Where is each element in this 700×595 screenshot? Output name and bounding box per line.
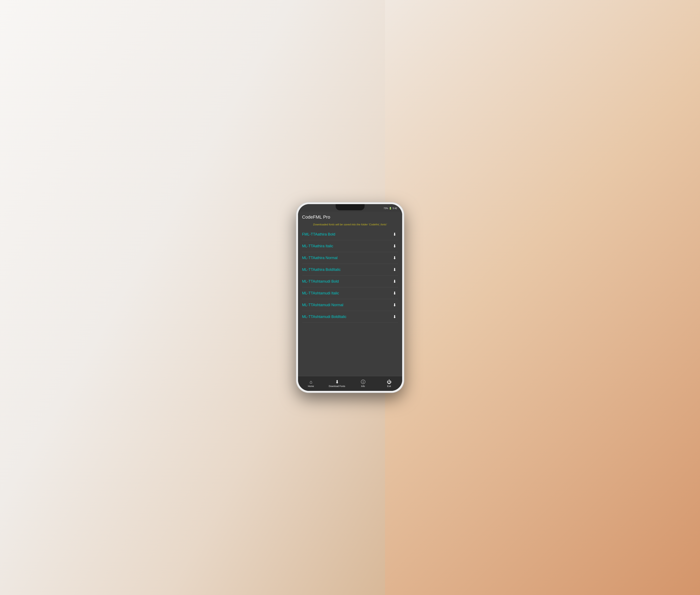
font-download-button[interactable]: ⬇ — [391, 267, 398, 273]
font-list-item: ML-TTAshtamudi Normal⬇ — [302, 299, 398, 311]
font-download-button[interactable]: ⬇ — [391, 243, 398, 249]
exit-icon: ⏻ — [387, 380, 391, 384]
font-name-label: ML-TTAshtamudi Bold — [302, 279, 391, 284]
font-list-item: ML-TTAshtamudi Bold⬇ — [302, 276, 398, 287]
font-name-label: ML-TTAshtamudi Italic — [302, 291, 391, 295]
nav-item-home[interactable]: ⌂Home — [298, 376, 324, 391]
nav-item-download-fonts[interactable]: ⬇Download Fonts — [324, 376, 350, 391]
font-list-item: ML-TTAathira Normal⬇ — [302, 252, 398, 264]
font-list-item: ML-TTAshtamudi BoldItalic⬇ — [302, 311, 398, 323]
nav-label-download-fonts: Download Fonts — [329, 385, 345, 387]
font-download-button[interactable]: ⬇ — [391, 314, 398, 320]
download-arrow-icon: ⬇ — [393, 291, 396, 295]
download-arrow-icon: ⬇ — [393, 244, 396, 248]
nav-item-exit[interactable]: ⏻Exit — [376, 376, 402, 391]
font-list-item: FML-TTAathira Bold⬇ — [302, 228, 398, 240]
font-name-label: FML-TTAathira Bold — [302, 232, 391, 236]
app-header: CodeFML Pro — [298, 211, 402, 222]
status-right: 73% 🔋 5:42 — [384, 207, 397, 210]
font-name-label: ML-TTAshtamudi Normal — [302, 303, 391, 307]
font-download-button[interactable]: ⬇ — [391, 255, 398, 261]
nav-item-info[interactable]: ⓘInfo — [350, 376, 376, 391]
font-download-button[interactable]: ⬇ — [391, 302, 398, 308]
battery-percent: 73% — [384, 207, 388, 209]
download-arrow-icon: ⬇ — [393, 256, 396, 260]
font-download-button[interactable]: ⬇ — [391, 290, 398, 296]
download-arrow-icon: ⬇ — [393, 232, 396, 236]
battery-icon: 🔋 — [389, 207, 392, 210]
font-download-button[interactable]: ⬇ — [391, 279, 398, 284]
font-name-label: ML-TTAathira BoldItalic — [302, 267, 391, 272]
bottom-nav: ⌂Home⬇Download FontsⓘInfo⏻Exit — [298, 376, 402, 391]
dl-icon: ⬇ — [335, 380, 339, 384]
phone-shell: 73% 🔋 5:42 CodeFML Pro Downloaded fonts … — [297, 202, 404, 393]
app-content: CodeFML Pro Downloaded fonts will be sav… — [298, 211, 402, 391]
font-name-label: ML-TTAathira Italic — [302, 244, 391, 248]
font-list-item: ML-TTAathira Italic⬇ — [302, 240, 398, 252]
font-list: FML-TTAathira Bold⬇ML-TTAathira Italic⬇M… — [298, 228, 402, 376]
info-banner-text: Downloaded fonts will be saved into the … — [302, 223, 398, 226]
download-arrow-icon: ⬇ — [393, 303, 396, 307]
font-list-item: ML-TTAathira BoldItalic⬇ — [302, 264, 398, 276]
phone-screen: 73% 🔋 5:42 CodeFML Pro Downloaded fonts … — [298, 204, 402, 391]
nav-label-home: Home — [308, 385, 314, 387]
info-icon: ⓘ — [361, 380, 365, 384]
download-arrow-icon: ⬇ — [393, 279, 396, 283]
font-download-button[interactable]: ⬇ — [391, 231, 398, 237]
font-name-label: ML-TTAathira Normal — [302, 256, 391, 260]
download-arrow-icon: ⬇ — [393, 315, 396, 319]
nav-label-info: Info — [361, 385, 365, 387]
font-name-label: ML-TTAshtamudi BoldItalic — [302, 315, 391, 319]
nav-label-exit: Exit — [387, 385, 391, 387]
download-arrow-icon: ⬇ — [393, 267, 396, 272]
font-list-item: ML-TTAshtamudi Italic⬇ — [302, 287, 398, 299]
time-display: 5:42 — [393, 207, 397, 209]
home-icon: ⌂ — [310, 380, 312, 384]
info-banner: Downloaded fonts will be saved into the … — [298, 222, 402, 228]
notch — [336, 204, 365, 210]
app-title: CodeFML Pro — [302, 215, 398, 220]
